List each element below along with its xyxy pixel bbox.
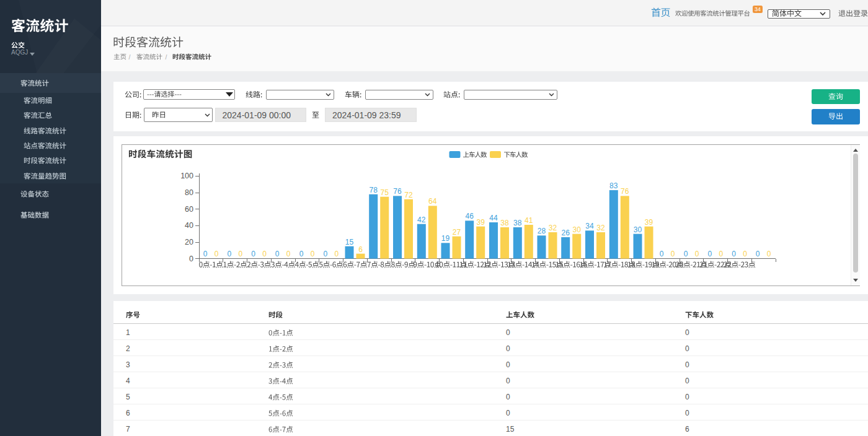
svg-text:38: 38	[500, 219, 509, 227]
svg-text:0: 0	[684, 250, 688, 258]
svg-text:76: 76	[393, 187, 402, 196]
svg-text:0: 0	[719, 250, 723, 258]
svg-text:42: 42	[417, 216, 426, 224]
svg-text:0: 0	[707, 250, 712, 258]
svg-text:30: 30	[573, 225, 582, 234]
svg-text:83: 83	[609, 181, 618, 190]
svg-text:32: 32	[549, 224, 557, 232]
svg-text:27: 27	[453, 228, 461, 237]
svg-text:0: 0	[238, 250, 242, 258]
svg-text:72: 72	[404, 191, 413, 199]
svg-text:0: 0	[189, 255, 193, 263]
svg-text:0: 0	[286, 250, 291, 258]
svg-text:44: 44	[489, 214, 498, 222]
svg-text:100: 100	[180, 172, 193, 180]
svg-text:0: 0	[275, 250, 280, 258]
svg-text:0: 0	[334, 250, 339, 258]
svg-text:0: 0	[311, 250, 315, 258]
svg-text:0: 0	[215, 250, 219, 258]
svg-text:0: 0	[660, 250, 664, 258]
svg-text:0: 0	[767, 250, 771, 258]
svg-text:0: 0	[251, 250, 255, 258]
svg-text:6: 6	[358, 245, 363, 254]
svg-text:30: 30	[634, 225, 642, 234]
svg-text:32: 32	[596, 224, 605, 232]
svg-text:0: 0	[299, 250, 304, 258]
svg-text:20: 20	[185, 238, 193, 246]
svg-text:34: 34	[585, 222, 594, 230]
svg-text:0: 0	[743, 250, 747, 258]
svg-text:0: 0	[203, 250, 208, 258]
svg-text:38: 38	[513, 219, 522, 227]
svg-text:39: 39	[477, 218, 485, 227]
svg-text:40: 40	[185, 221, 193, 230]
svg-text:80: 80	[185, 188, 193, 197]
svg-text:46: 46	[466, 212, 474, 220]
svg-text:0: 0	[262, 250, 267, 258]
svg-text:75: 75	[381, 188, 389, 197]
svg-text:64: 64	[428, 197, 437, 206]
svg-text:60: 60	[185, 205, 193, 214]
svg-text:28: 28	[538, 227, 546, 235]
svg-text:0: 0	[323, 250, 327, 258]
svg-text:0: 0	[227, 250, 231, 258]
svg-text:0: 0	[756, 250, 760, 258]
svg-text:76: 76	[621, 187, 629, 196]
svg-text:19: 19	[441, 234, 450, 243]
svg-text:26: 26	[562, 229, 570, 237]
svg-text:0: 0	[695, 250, 699, 258]
svg-text:15: 15	[345, 238, 354, 246]
svg-text:0: 0	[732, 250, 736, 258]
svg-text:41: 41	[525, 216, 533, 225]
svg-text:39: 39	[645, 218, 653, 227]
svg-text:0: 0	[671, 250, 675, 258]
svg-text:78: 78	[370, 186, 378, 194]
